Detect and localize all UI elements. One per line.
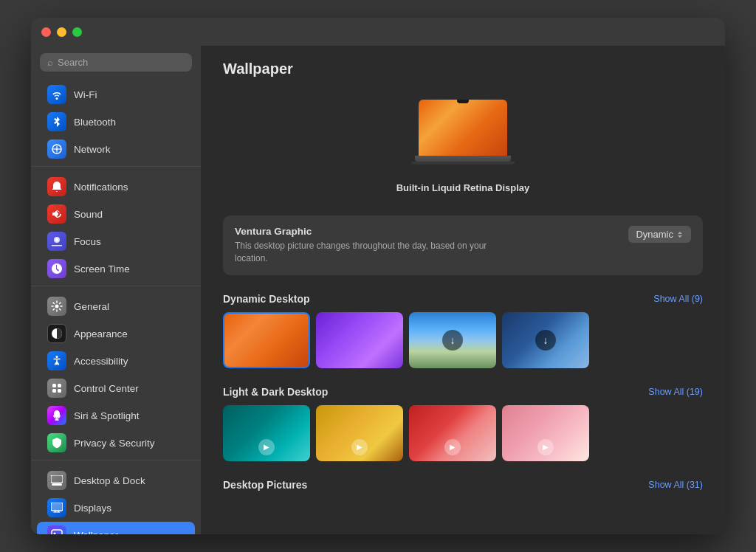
play-badge-1: ▶ <box>258 439 275 455</box>
svg-rect-9 <box>58 389 61 393</box>
wallpaper-thumb-teal-wave[interactable]: ▶ <box>223 405 310 461</box>
chevron-updown-icon <box>676 230 684 239</box>
sidebar-item-bluetooth-label: Bluetooth <box>74 117 116 128</box>
maximize-button[interactable] <box>72 27 82 37</box>
sidebar-group-display: Desktop & Dock Displays <box>31 463 201 534</box>
monitor-label: Built-in Liquid Retina Display <box>396 182 530 193</box>
light-dark-desktop-header: Light & Dark Desktop Show All (19) <box>223 386 703 398</box>
desktop-pictures-header: Desktop Pictures Show All (31) <box>223 479 703 491</box>
sidebar-item-screentime-label: Screen Time <box>74 263 130 275</box>
privacy-icon <box>47 433 66 452</box>
play-badge-2: ▶ <box>351 439 368 455</box>
play-badge-4: ▶ <box>537 439 554 455</box>
sidebar-item-focus[interactable]: Focus <box>37 228 195 255</box>
close-button[interactable] <box>41 27 51 37</box>
sidebar-item-desktopdock[interactable]: Desktop & Dock <box>37 467 195 494</box>
sidebar-item-privacy[interactable]: Privacy & Security <box>37 429 195 456</box>
wallpaper-thumb-ventura-orange[interactable] <box>223 312 310 368</box>
wallpaper-mode-value: Dynamic <box>636 229 673 240</box>
sidebar-item-appearance-label: Appearance <box>74 328 128 339</box>
dynamic-desktop-title: Dynamic Desktop <box>223 293 309 305</box>
download-badge-2: ↓ <box>535 330 556 351</box>
sidebar-item-general-label: General <box>74 301 109 312</box>
light-dark-desktop-show-all[interactable]: Show All (19) <box>648 387 703 397</box>
svg-rect-14 <box>52 503 62 510</box>
laptop-screen <box>419 100 507 156</box>
sidebar-item-sound-label: Sound <box>74 209 103 220</box>
wallpaper-mode-select[interactable]: Dynamic <box>628 226 691 243</box>
system-preferences-window: ⌕ Search Wi-Fi <box>31 18 725 534</box>
sidebar-item-network[interactable]: Network <box>37 136 195 162</box>
sidebar-item-notifications-label: Notifications <box>74 182 128 193</box>
titlebar <box>31 18 725 46</box>
displays-icon <box>47 498 66 517</box>
sidebar-item-bluetooth[interactable]: Bluetooth <box>37 108 195 135</box>
sidebar-group-network: Wi-Fi Bluetooth <box>31 77 201 167</box>
wifi-icon <box>47 85 66 104</box>
wallpaper-thumb-red-pink[interactable]: ▶ <box>409 405 496 461</box>
search-icon: ⌕ <box>47 57 53 68</box>
sidebar-item-notifications[interactable]: Notifications <box>37 173 195 200</box>
desktop-pictures-section: Desktop Pictures Show All (31) <box>201 469 725 506</box>
sidebar-item-displays-label: Displays <box>74 503 111 514</box>
svg-point-5 <box>56 356 58 358</box>
sidebar-item-sound[interactable]: Sound <box>37 201 195 227</box>
main-content: Wallpaper Built-in Liquid Retina Display… <box>201 46 725 534</box>
download-badge: ↓ <box>442 330 463 351</box>
sidebar-item-wifi[interactable]: Wi-Fi <box>37 81 195 108</box>
sidebar-group-notifications: Notifications Sound <box>31 170 201 286</box>
sidebar-item-appearance[interactable]: Appearance <box>37 320 195 347</box>
screentime-icon <box>47 259 66 278</box>
sidebar-item-controlcenter-label: Control Center <box>74 383 139 394</box>
laptop-foot <box>411 162 515 165</box>
laptop-base <box>415 156 511 162</box>
desktop-pictures-show-all[interactable]: Show All (31) <box>648 480 703 490</box>
search-container: ⌕ Search <box>31 46 201 77</box>
minimize-button[interactable] <box>57 27 66 37</box>
svg-rect-7 <box>58 384 61 387</box>
sidebar-item-screentime[interactable]: Screen Time <box>37 255 195 282</box>
sidebar: ⌕ Search Wi-Fi <box>31 46 201 534</box>
search-placeholder: Search <box>58 57 88 68</box>
sidebar-item-wallpaper-label: Wallpaper <box>74 530 118 535</box>
light-dark-desktop-grid: ▶ ▶ ▶ ▶ <box>223 405 703 461</box>
main-header: Wallpaper <box>201 46 725 85</box>
svg-rect-8 <box>52 389 56 393</box>
sidebar-item-wifi-label: Wi-Fi <box>74 89 97 100</box>
bluetooth-icon <box>47 112 66 131</box>
siri-icon <box>47 406 66 425</box>
wallpaper-option-card: Ventura Graphic This desktop picture cha… <box>223 215 703 275</box>
sound-icon <box>47 204 66 224</box>
monitor-preview: Built-in Liquid Retina Display <box>201 85 725 208</box>
focus-icon <box>47 232 66 251</box>
traffic-lights <box>41 27 82 37</box>
svg-point-2 <box>55 238 58 241</box>
svg-rect-11 <box>51 475 63 483</box>
wallpaper-thumb-pink-light[interactable]: ▶ <box>502 405 589 461</box>
sidebar-item-accessibility[interactable]: Accessibility <box>37 348 195 374</box>
sidebar-item-siri-label: Siri & Spotlight <box>74 410 140 421</box>
search-box[interactable]: ⌕ Search <box>40 53 192 72</box>
dynamic-desktop-header: Dynamic Desktop Show All (9) <box>223 293 703 305</box>
sidebar-item-wallpaper[interactable]: Wallpaper <box>37 522 195 534</box>
network-icon <box>47 139 66 159</box>
sidebar-item-privacy-label: Privacy & Security <box>74 438 155 449</box>
sidebar-item-focus-label: Focus <box>74 236 101 247</box>
wallpaper-option-desc: This desktop picture changes throughout … <box>235 240 501 265</box>
wallpaper-thumb-catalina-eve[interactable]: ↓ <box>502 312 589 368</box>
accessibility-icon <box>47 351 66 370</box>
page-title: Wallpaper <box>223 61 703 77</box>
wallpaper-option-info: Ventura Graphic This desktop picture cha… <box>235 226 628 265</box>
wallpaper-thumb-catalina-day[interactable]: ↓ <box>409 312 496 368</box>
desktop-pictures-title: Desktop Pictures <box>223 479 307 491</box>
wallpaper-thumb-yellow-orange[interactable]: ▶ <box>316 405 403 461</box>
sidebar-item-siri[interactable]: Siri & Spotlight <box>37 402 195 429</box>
sidebar-item-displays[interactable]: Displays <box>37 494 195 521</box>
laptop-notch <box>457 100 469 103</box>
dynamic-desktop-grid: ↓ ↓ <box>223 312 703 368</box>
sidebar-item-controlcenter[interactable]: Control Center <box>37 375 195 401</box>
wallpaper-thumb-ventura-purple[interactable] <box>316 312 403 368</box>
wallpaper-icon <box>47 525 66 534</box>
dynamic-desktop-show-all[interactable]: Show All (9) <box>653 294 703 304</box>
sidebar-item-general[interactable]: General <box>37 293 195 320</box>
